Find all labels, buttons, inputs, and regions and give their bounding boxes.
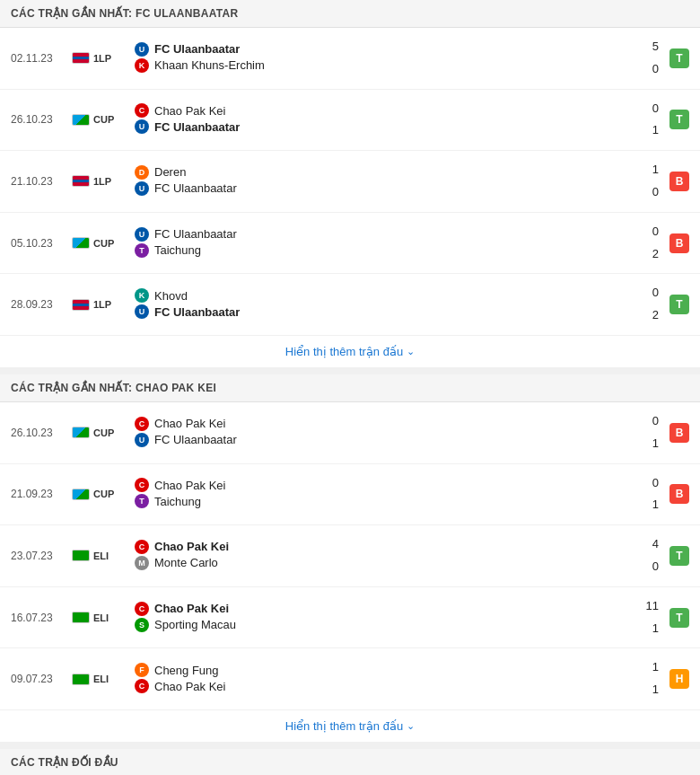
competition-label: ELI: [93, 550, 109, 561]
competition-label: ELI: [93, 674, 109, 684]
result-badge: H: [669, 669, 689, 689]
competition-flag: [72, 427, 90, 438]
team-name: Khovd: [154, 289, 188, 303]
competition-label: CUP: [93, 489, 114, 499]
score-value: 1: [652, 496, 659, 515]
team-row: UFC Ulaanbaatar: [135, 42, 636, 57]
team-name: Cheng Fung: [154, 664, 219, 677]
teams-column: DDerenUFC Ulaanbaatar: [135, 165, 636, 198]
teams-column: CChao Pak KeiMMonte Carlo: [135, 540, 636, 572]
competition-col: ELI: [72, 612, 135, 623]
match-date: 21.10.23: [11, 175, 72, 188]
match-row: 26.10.23CUPCChao Pak KeiUFC Ulaanbaatar0…: [0, 90, 700, 152]
match-row: 26.10.23CUPCChao Pak KeiUFC Ulaanbaatar0…: [0, 402, 700, 464]
competition-flag: [72, 299, 90, 311]
match-date: 21.09.23: [11, 488, 72, 500]
result-badge: B: [669, 233, 689, 253]
result-badge: T: [669, 48, 689, 68]
team-icon: U: [135, 119, 149, 134]
match-date: 26.10.23: [11, 113, 72, 126]
team-row: UFC Ulaanbaatar: [135, 181, 636, 196]
team-name: FC Ulaanbaatar: [154, 433, 237, 446]
competition-label: 1LP: [93, 176, 111, 187]
team-name: FC Ulaanbaatar: [154, 227, 237, 241]
match-date: 23.07.23: [11, 550, 72, 562]
team-row: KKhaan Khuns-Erchim: [135, 58, 636, 73]
match-row: 05.10.23CUPUFC UlaanbaatarTTaichung02B: [0, 213, 700, 275]
teams-column: FCheng FungCChao Pak Kei: [135, 663, 636, 695]
result-badge: B: [669, 423, 689, 443]
teams-column: CChao Pak KeiSSporting Macau: [135, 602, 636, 634]
result-badge: T: [669, 546, 689, 566]
team-row: CChao Pak Kei: [135, 602, 636, 616]
show-more-label: Hiển thị thêm trận đấu: [285, 719, 403, 733]
team-icon: C: [135, 417, 149, 431]
team-name: Chao Pak Kei: [154, 540, 229, 553]
team-row: FCheng Fung: [135, 663, 636, 677]
score-value: 0: [652, 183, 659, 202]
teams-column: CChao Pak KeiUFC Ulaanbaatar: [135, 103, 636, 136]
competition-flag: [72, 114, 90, 126]
score-value: 0: [652, 100, 659, 119]
competition-flag: [72, 489, 90, 500]
team-row: KKhovd: [135, 288, 636, 303]
competition-col: ELI: [72, 674, 135, 685]
team-name: Khaan Khuns-Erchim: [154, 58, 265, 72]
competition-flag: [72, 175, 90, 187]
team-icon: S: [135, 618, 149, 632]
team-row: UFC Ulaanbaatar: [135, 119, 636, 134]
team-row: CChao Pak Kei: [135, 540, 636, 554]
score-value: 1: [652, 681, 659, 700]
teams-column: KKhovdUFC Ulaanbaatar: [135, 288, 636, 321]
score-value: 0: [652, 474, 659, 493]
chevron-down-icon: ⌄: [407, 720, 415, 732]
team-name: FC Ulaanbaatar: [154, 305, 240, 319]
show-more-button[interactable]: Hiển thị thêm trận đấu ⌄: [0, 710, 700, 742]
match-row: 23.07.23ELICChao Pak KeiMMonte Carlo40T: [0, 525, 700, 587]
section-title: Các trận đối đầu: [0, 749, 700, 775]
match-row: 02.11.231LPUFC UlaanbaatarKKhaan Khuns-E…: [0, 28, 700, 90]
team-name: Chao Pak Kei: [154, 417, 226, 430]
competition-label: CUP: [93, 427, 114, 438]
team-icon: C: [135, 679, 149, 693]
competition-flag: [72, 52, 90, 64]
scores-column: 02: [636, 223, 659, 264]
competition-col: CUP: [72, 237, 135, 249]
team-row: TTaichung: [135, 494, 636, 508]
team-name: Chao Pak Kei: [154, 479, 226, 492]
score-value: 1: [652, 435, 659, 454]
competition-flag: [72, 612, 90, 623]
team-icon: U: [135, 304, 149, 319]
score-value: 0: [652, 412, 659, 431]
scores-column: 01: [636, 474, 659, 515]
section-title: Các trận gần nhất: Chao Pak Kei: [0, 374, 700, 402]
result-badge: T: [669, 110, 689, 129]
chevron-down-icon: ⌄: [407, 346, 415, 357]
score-value: 11: [646, 597, 659, 616]
section-fc-ulaanbaatar: Các trận gần nhất: FC Ulaanbaatar02.11.2…: [0, 0, 700, 367]
team-icon: K: [135, 58, 149, 73]
team-icon: F: [135, 663, 149, 677]
team-row: UFC Ulaanbaatar: [135, 433, 636, 447]
score-value: 1: [652, 658, 659, 677]
team-icon: C: [135, 478, 149, 492]
score-value: 0: [652, 60, 659, 79]
match-date: 16.07.23: [11, 612, 72, 624]
team-row: CChao Pak Kei: [135, 103, 636, 118]
competition-col: CUP: [72, 489, 135, 500]
team-name: FC Ulaanbaatar: [154, 181, 237, 195]
scores-column: 10: [636, 161, 659, 202]
teams-column: CChao Pak KeiUFC Ulaanbaatar: [135, 417, 636, 449]
show-more-button[interactable]: Hiển thị thêm trận đấu ⌄: [0, 336, 700, 367]
match-row: 21.10.231LPDDerenUFC Ulaanbaatar10B: [0, 151, 700, 213]
team-icon: K: [135, 288, 149, 303]
section-title: Các trận gần nhất: FC Ulaanbaatar: [0, 0, 700, 28]
match-row: 21.09.23CUPCChao Pak KeiTTaichung01B: [0, 464, 700, 526]
section-head-to-head: Các trận đối đầu26.10.23CUPCChao Pak Kei…: [0, 749, 700, 775]
match-row: 16.07.23ELICChao Pak KeiSSporting Macau1…: [0, 587, 700, 649]
team-name: FC Ulaanbaatar: [154, 42, 240, 56]
competition-label: ELI: [93, 612, 109, 623]
teams-column: UFC UlaanbaatarKKhaan Khuns-Erchim: [135, 42, 636, 75]
competition-col: 1LP: [72, 175, 135, 187]
show-more-label: Hiển thị thêm trận đấu: [285, 345, 403, 358]
